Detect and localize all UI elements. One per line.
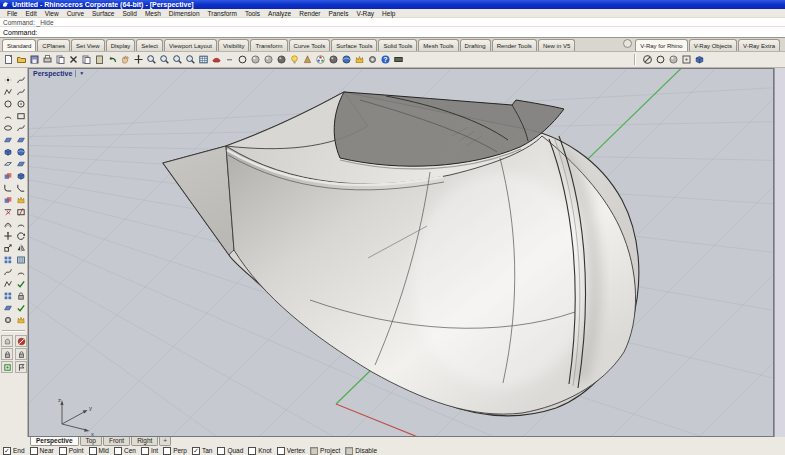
viewport-tab-front[interactable]: Front bbox=[103, 437, 130, 446]
perspective-viewport[interactable]: z y x Perspective ▼ bbox=[28, 68, 774, 437]
menu-tools[interactable]: Tools bbox=[241, 9, 264, 18]
zoom-dynamic-icon[interactable] bbox=[145, 53, 158, 66]
vray-tab-v-ray-objects[interactable]: V-Ray Objects bbox=[689, 39, 737, 51]
ghosted-display-icon[interactable] bbox=[262, 53, 275, 66]
zoom-window-icon[interactable] bbox=[158, 53, 171, 66]
new-file-icon[interactable] bbox=[2, 53, 15, 66]
viewport-tab-right[interactable]: Right bbox=[131, 437, 158, 446]
mirror-tool[interactable] bbox=[14, 242, 27, 254]
copy-icon[interactable] bbox=[80, 53, 93, 66]
sun-study-icon[interactable] bbox=[353, 53, 366, 66]
hide-objects-tool[interactable] bbox=[15, 335, 27, 347]
toolbar-tab-surface-tools[interactable]: Surface Tools bbox=[331, 39, 377, 51]
viewport-tab-top[interactable]: Top bbox=[80, 437, 102, 446]
show-selected-tool[interactable] bbox=[1, 361, 13, 373]
osnap-near[interactable]: Near bbox=[30, 446, 54, 455]
help-icon[interactable]: ? bbox=[379, 53, 392, 66]
toolbar-tab-solid-tools[interactable]: Solid Tools bbox=[378, 39, 417, 51]
render-icon[interactable] bbox=[210, 53, 223, 66]
zoom-extents-icon[interactable] bbox=[171, 53, 184, 66]
menu-curve[interactable]: Curve bbox=[63, 9, 88, 18]
toolbar-tab-select[interactable]: Select bbox=[136, 39, 163, 51]
checkbox[interactable]: ✓ bbox=[3, 447, 11, 455]
box-tool[interactable] bbox=[1, 146, 14, 158]
bend-tool[interactable] bbox=[14, 266, 27, 278]
checkbox[interactable] bbox=[89, 447, 97, 455]
menu-view[interactable]: View bbox=[41, 9, 63, 18]
loft-tool[interactable] bbox=[14, 158, 27, 170]
menu-v-ray[interactable]: V-Ray bbox=[352, 9, 378, 18]
vray-render-icon[interactable] bbox=[641, 53, 654, 66]
explode-tool[interactable] bbox=[1, 278, 14, 290]
toolbar-tab-cplanes[interactable]: CPlanes bbox=[37, 39, 70, 51]
vray-framebuffer-icon[interactable] bbox=[680, 53, 693, 66]
checkbox[interactable] bbox=[277, 447, 285, 455]
cut-icon[interactable] bbox=[67, 53, 80, 66]
menu-panels[interactable]: Panels bbox=[325, 9, 353, 18]
toolbar-tab-set-view[interactable]: Set View bbox=[71, 39, 105, 51]
open-file-icon[interactable] bbox=[15, 53, 28, 66]
rotate-tool[interactable] bbox=[14, 230, 27, 242]
unlock-objects-tool[interactable] bbox=[15, 348, 27, 360]
vray-tab-v-ray-extra[interactable]: V-Ray Extra bbox=[738, 39, 780, 51]
helix-tool[interactable] bbox=[14, 122, 27, 134]
viewport-canvas[interactable]: z y x bbox=[29, 69, 773, 436]
curve-interpolate-tool[interactable] bbox=[14, 74, 27, 86]
rectangle-tool[interactable] bbox=[14, 110, 27, 122]
checkbox[interactable] bbox=[59, 447, 67, 455]
lock-objects-tool[interactable] bbox=[1, 348, 13, 360]
menu-analyze[interactable]: Analyze bbox=[264, 9, 295, 18]
plane-tool[interactable] bbox=[1, 158, 14, 170]
toolbar-tab-visibility[interactable]: Visibility bbox=[218, 39, 250, 51]
menu-dimension[interactable]: Dimension bbox=[165, 9, 204, 18]
split-tool[interactable] bbox=[14, 206, 27, 218]
extrude-tool[interactable] bbox=[14, 170, 27, 182]
vray-options-icon[interactable] bbox=[654, 53, 667, 66]
toolbar-tab-standard[interactable]: Standard bbox=[2, 39, 36, 51]
ellipse-tool[interactable] bbox=[1, 122, 14, 134]
command-input[interactable]: Command: bbox=[0, 27, 785, 38]
what-tool[interactable] bbox=[14, 302, 27, 314]
toolbar-tab-display[interactable]: Display bbox=[106, 39, 136, 51]
menu-surface[interactable]: Surface bbox=[88, 9, 118, 18]
wireframe-display-icon[interactable] bbox=[236, 53, 249, 66]
extend-tool[interactable] bbox=[14, 218, 27, 230]
toolbar-tab-transform[interactable]: Transform bbox=[250, 39, 287, 51]
chamfer-tool[interactable] bbox=[14, 182, 27, 194]
new-viewport-tab[interactable]: + bbox=[159, 437, 171, 446]
orient-tool[interactable] bbox=[14, 254, 27, 266]
export-icon[interactable] bbox=[54, 53, 67, 66]
osnap-disable[interactable]: Disable bbox=[345, 446, 377, 455]
checkbox[interactable] bbox=[163, 447, 171, 455]
osnap-cen[interactable]: Cen bbox=[114, 446, 136, 455]
osnap-quad[interactable]: Quad bbox=[217, 446, 243, 455]
toolbar-overflow-button[interactable] bbox=[623, 39, 632, 48]
osnap-point[interactable]: Point bbox=[59, 446, 84, 455]
osnap-int[interactable]: Int bbox=[141, 446, 158, 455]
gumball-tool[interactable] bbox=[14, 194, 27, 206]
toolbar-tab-new-in-v5[interactable]: New in V5 bbox=[538, 39, 575, 51]
toggle-button-box[interactable] bbox=[310, 447, 318, 455]
checkbox[interactable] bbox=[141, 447, 149, 455]
vray-material-editor-icon[interactable] bbox=[667, 53, 680, 66]
osnap-vertex[interactable]: Vertex bbox=[277, 446, 305, 455]
checkbox[interactable] bbox=[248, 447, 256, 455]
arc-tool[interactable] bbox=[1, 110, 14, 122]
render-preview-icon[interactable] bbox=[327, 53, 340, 66]
material-icon[interactable] bbox=[301, 53, 314, 66]
viewport-title-menu[interactable]: Perspective ▼ bbox=[33, 70, 84, 77]
checkbox[interactable]: ✓ bbox=[192, 447, 200, 455]
join-tool[interactable] bbox=[14, 278, 27, 290]
options-icon[interactable] bbox=[366, 53, 379, 66]
paste-icon[interactable] bbox=[93, 53, 106, 66]
move-tool[interactable] bbox=[1, 230, 14, 242]
polyline-tool[interactable] bbox=[1, 86, 14, 98]
menu-help[interactable]: Help bbox=[378, 9, 399, 18]
checkbox[interactable] bbox=[217, 447, 225, 455]
array-tool[interactable] bbox=[1, 254, 14, 266]
toggle-button-box[interactable] bbox=[345, 447, 353, 455]
toolbar-tab-mesh-tools[interactable]: Mesh Tools bbox=[418, 39, 458, 51]
sweep-tool[interactable] bbox=[14, 134, 27, 146]
pan-icon[interactable] bbox=[119, 53, 132, 66]
circle-tool[interactable] bbox=[1, 98, 14, 110]
